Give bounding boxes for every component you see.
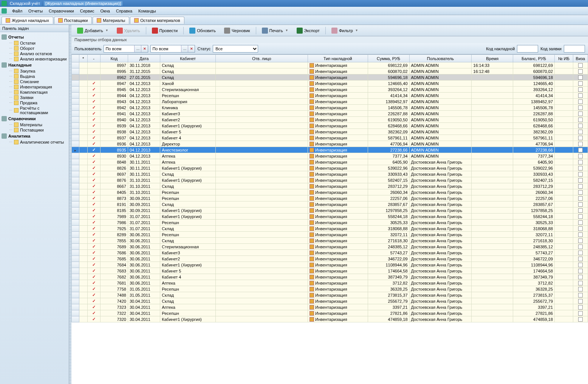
- cell-visa[interactable]: [573, 250, 588, 256]
- col-header[interactable]: *: [79, 55, 87, 62]
- row-header[interactable]: [72, 310, 79, 316]
- table-row[interactable]: ✓785530.06.2011СкладИнвентаризация271618…: [72, 238, 588, 244]
- cell-visa[interactable]: [573, 214, 588, 220]
- table-row[interactable]: ✓893904.12.2013Кабинет1 (Хирургия)Инвент…: [72, 123, 588, 129]
- row-header[interactable]: [72, 195, 79, 201]
- cell-visa[interactable]: [573, 129, 588, 135]
- col-header[interactable]: Кабинет: [160, 55, 215, 62]
- table-row[interactable]: ✓732230.04.2011РесепшнИнвентаризация2782…: [72, 310, 588, 316]
- cell-visa[interactable]: [573, 201, 588, 207]
- checkbox-icon[interactable]: [578, 305, 583, 310]
- checkbox-icon[interactable]: [578, 105, 583, 110]
- checkbox-icon[interactable]: [578, 196, 583, 201]
- row-header[interactable]: [72, 93, 79, 99]
- cell-visa[interactable]: [573, 111, 588, 117]
- col-header[interactable]: № ИБ: [555, 55, 573, 62]
- checkbox-icon[interactable]: [578, 63, 583, 68]
- checkbox-icon[interactable]: [578, 208, 583, 213]
- table-row[interactable]: ✓882630.11.2011Кабинет1 (Хирургия)Инвент…: [72, 165, 588, 171]
- checkbox-icon[interactable]: [578, 166, 583, 170]
- table-row[interactable]: ✓893504.12.2013АнестезиологИнвентаризаци…: [72, 147, 588, 153]
- cell-visa[interactable]: [573, 274, 588, 280]
- table-row[interactable]: 899531.12.2015СкладИнвентаризация600870,…: [72, 68, 588, 74]
- checkbox-icon[interactable]: [578, 142, 583, 146]
- row-header[interactable]: [72, 298, 79, 304]
- tree-group-Аналитика[interactable]: Аналитика: [1, 133, 68, 139]
- tree-item-Списание[interactable]: ⋯Списание: [1, 79, 68, 84]
- tab-Журнал накладных[interactable]: Журнал накладных: [2, 17, 53, 24]
- tree-item-Комплектация[interactable]: ⋯Комплектация: [1, 90, 68, 95]
- tab-Остатки материалов[interactable]: Остатки материалов: [130, 17, 184, 24]
- checkbox-icon[interactable]: [578, 81, 583, 86]
- table-row[interactable]: ✓819130.09.2011СкладИнвентаризация283857…: [72, 201, 588, 207]
- checkbox-icon[interactable]: [578, 275, 583, 279]
- checkbox-icon[interactable]: [578, 148, 583, 152]
- row-header[interactable]: [72, 153, 79, 159]
- checkbox-icon[interactable]: [578, 93, 583, 98]
- combo2-clear-button[interactable]: ✕: [188, 45, 195, 52]
- checkbox-icon[interactable]: [578, 293, 583, 297]
- menu-Справочники[interactable]: Справочники: [46, 8, 77, 14]
- table-row[interactable]: ✓818530.09.2011Кабинет1 (Хирургия)Инвент…: [72, 207, 588, 214]
- row-header[interactable]: [72, 274, 79, 280]
- cell-visa[interactable]: [573, 207, 588, 214]
- checkbox-icon[interactable]: [578, 299, 583, 303]
- row-header[interactable]: [72, 244, 79, 250]
- table-row[interactable]: ✓768230.06.2011Кабинет 4Инвентаризация38…: [72, 274, 588, 280]
- cell-visa[interactable]: [573, 141, 588, 147]
- checkbox-icon[interactable]: [578, 69, 583, 74]
- cell-visa[interactable]: [573, 68, 588, 74]
- cell-visa[interactable]: [573, 62, 588, 68]
- tree-item-Расчёты с поставщиками[interactable]: ⋯Расчёты с поставщиками: [1, 105, 68, 115]
- table-row[interactable]: ✓798931.07.2011Кабинет1 (Хирургия)Инвент…: [72, 214, 588, 220]
- tree-item-Заявки[interactable]: ⋯Заявки: [1, 95, 68, 100]
- cell-visa[interactable]: [573, 286, 588, 292]
- checkbox-icon[interactable]: [578, 75, 583, 80]
- cell-visa[interactable]: [573, 238, 588, 244]
- checkbox-icon[interactable]: [578, 87, 583, 92]
- cell-visa[interactable]: [573, 310, 588, 316]
- checkbox-icon[interactable]: [578, 184, 583, 189]
- tree-item-Продажа[interactable]: ⋯Продажа: [1, 100, 68, 105]
- req-filter-input[interactable]: [564, 45, 585, 53]
- cell-visa[interactable]: [573, 81, 588, 87]
- checkbox-icon[interactable]: [578, 251, 583, 255]
- menu-Справка[interactable]: Справка: [113, 8, 135, 14]
- row-header[interactable]: [72, 135, 79, 141]
- col-header[interactable]: Время: [472, 55, 513, 62]
- cell-visa[interactable]: [573, 117, 588, 123]
- table-row[interactable]: ✓732330.04.2011АптекаИнвентаризация3397,…: [72, 304, 588, 310]
- col-header[interactable]: [72, 55, 79, 62]
- checkbox-icon[interactable]: [578, 238, 583, 243]
- cell-visa[interactable]: [573, 244, 588, 250]
- checkbox-icon[interactable]: [578, 220, 583, 225]
- cell-visa[interactable]: [573, 105, 588, 111]
- cell-visa[interactable]: [573, 226, 588, 232]
- row-header[interactable]: [72, 189, 79, 195]
- checkbox-icon[interactable]: [578, 190, 583, 195]
- table-row[interactable]: ✓798631.07.2011РесепшнИнвентаризация3052…: [72, 220, 588, 226]
- cell-visa[interactable]: [573, 99, 588, 105]
- checkbox-icon[interactable]: [578, 311, 583, 316]
- table-row[interactable]: ✓887330.09.2011РесепшнИнвентаризация2225…: [72, 195, 588, 201]
- checkbox-icon[interactable]: [578, 317, 583, 322]
- tree-item-Материалы[interactable]: ⋯Материалы: [1, 122, 68, 127]
- grid-scroll[interactable]: *-КодДатаКабинетОтв. лицоТип накладнойСу…: [71, 54, 588, 384]
- checkbox-icon[interactable]: [578, 257, 583, 261]
- cell-visa[interactable]: [573, 280, 588, 286]
- table-row[interactable]: ✓768430.06.2011Кабинет1 (Хирургия)Инвент…: [72, 262, 588, 268]
- row-header[interactable]: [72, 129, 79, 135]
- checkbox-icon[interactable]: [578, 136, 583, 140]
- checkbox-icon[interactable]: [578, 232, 583, 237]
- row-header[interactable]: [72, 226, 79, 232]
- tree-item-Анализ остатков[interactable]: ⋯Анализ остатков: [1, 51, 68, 56]
- table-row[interactable]: ✓866731.10.2011СкладИнвентаризация283712…: [72, 183, 588, 189]
- table-row[interactable]: ✓732030.04.2011Кабинет1 (Хирургия)Инвент…: [72, 316, 588, 322]
- checkbox-icon[interactable]: [578, 130, 583, 134]
- row-header[interactable]: [72, 105, 79, 111]
- table-row[interactable]: ✓894404.12.2013РесепшнИнвентаризация4141…: [72, 93, 588, 99]
- checkbox-icon[interactable]: [578, 99, 583, 104]
- table-row[interactable]: ✓894504.12.2013СтерилизационнаяИнвентари…: [72, 87, 588, 93]
- user-filter-clear-button[interactable]: ✕: [141, 45, 148, 52]
- col-header[interactable]: Дата: [128, 55, 160, 62]
